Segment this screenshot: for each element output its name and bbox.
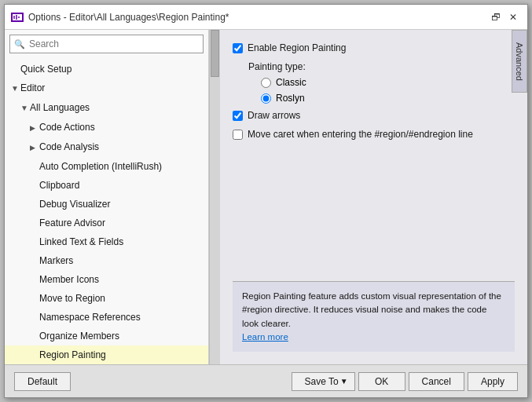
vs-icon xyxy=(11,11,24,24)
enable-region-painting-label: Enable Region Painting xyxy=(248,42,346,53)
ok-button[interactable]: OK xyxy=(358,372,405,391)
right-panel: Enable Region Painting Painting type: Cl… xyxy=(220,30,527,364)
draw-arrows-label: Draw arrows xyxy=(248,110,300,121)
classic-radio-row: Classic xyxy=(261,77,504,88)
title-bar-left: Options - Editor\All Languages\Region Pa… xyxy=(11,11,229,24)
move-caret-label: Move caret when entering the #region/#en… xyxy=(248,129,473,140)
bottom-right-buttons: Save To ▼ OK Cancel Apply xyxy=(292,372,518,391)
advanced-tab[interactable]: Advanced xyxy=(512,30,527,93)
tree-item-all-languages[interactable]: ▼All Languages xyxy=(5,98,208,118)
classic-radio[interactable] xyxy=(261,78,271,88)
tree-item-quick-setup[interactable]: Quick Setup xyxy=(5,60,208,79)
tree-item-code-analysis[interactable]: ▶Code Analysis xyxy=(5,137,208,157)
svg-rect-0 xyxy=(12,13,23,21)
learn-more-link[interactable]: Learn more xyxy=(242,332,288,342)
title-bar: Options - Editor\All Languages\Region Pa… xyxy=(5,5,527,30)
cancel-button[interactable]: Cancel xyxy=(409,372,464,391)
tree-item-code-actions[interactable]: ▶Code Actions xyxy=(5,118,208,137)
roslyn-radio-row: Roslyn xyxy=(261,93,504,104)
description-box: Region Painting feature adds custom visu… xyxy=(233,281,515,352)
scrollbar-thumb xyxy=(211,30,219,77)
move-caret-row: Move caret when entering the #region/#en… xyxy=(233,129,504,140)
default-button[interactable]: Default xyxy=(14,372,71,391)
close-button[interactable]: ✕ xyxy=(505,9,521,25)
roslyn-label: Roslyn xyxy=(276,93,305,104)
tree-item-region-painting[interactable]: Region Painting xyxy=(5,345,208,364)
classic-label: Classic xyxy=(276,77,306,88)
bottom-bar: Default Save To ▼ OK Cancel Apply xyxy=(5,364,527,397)
tree-scrollbar[interactable] xyxy=(209,30,220,364)
search-icon: 🔍 xyxy=(14,39,25,49)
restore-button[interactable]: 🗗 xyxy=(488,9,504,25)
tree-container: Quick Setup ▼Editor ▼All Languages ▶Code… xyxy=(5,58,208,364)
save-to-label: Save To xyxy=(305,376,339,387)
tree-item-member-icons[interactable]: Member Icons xyxy=(5,270,208,289)
tree-item-namespace-references[interactable]: Namespace References xyxy=(5,308,208,327)
tree-item-editor[interactable]: ▼Editor xyxy=(5,79,208,98)
advanced-tab-label: Advanced xyxy=(515,42,524,81)
left-panel: 🔍 Quick Setup ▼Editor ▼All Languages ▶Co… xyxy=(5,30,209,364)
enable-region-painting-row: Enable Region Painting xyxy=(233,42,504,53)
tree-item-feature-advisor[interactable]: Feature Advisor xyxy=(5,214,208,232)
dialog-title: Options - Editor\All Languages\Region Pa… xyxy=(28,12,229,23)
tree-item-auto-completion[interactable]: Auto Completion (IntelliRush) xyxy=(5,157,208,176)
title-bar-buttons: 🗗 ✕ xyxy=(488,9,521,25)
search-box: 🔍 xyxy=(9,35,204,53)
enable-region-painting-checkbox[interactable] xyxy=(233,43,243,53)
save-to-button[interactable]: Save To ▼ xyxy=(292,372,355,391)
move-caret-checkbox[interactable] xyxy=(233,130,243,140)
description-text: Region Painting feature adds custom visu… xyxy=(242,291,501,328)
tree-item-move-to-region[interactable]: Move to Region xyxy=(5,289,208,308)
draw-arrows-checkbox[interactable] xyxy=(233,111,243,121)
options-content: Enable Region Painting Painting type: Cl… xyxy=(220,30,527,281)
roslyn-radio[interactable] xyxy=(261,93,271,104)
painting-type-group: Classic Roslyn xyxy=(261,77,504,104)
content-area: 🔍 Quick Setup ▼Editor ▼All Languages ▶Co… xyxy=(5,30,527,364)
tree-item-debug-visualizer[interactable]: Debug Visualizer xyxy=(5,195,208,214)
options-dialog: Options - Editor\All Languages\Region Pa… xyxy=(4,4,528,398)
bottom-left-buttons: Default xyxy=(14,372,71,391)
tree-item-linked-text-fields[interactable]: Linked Text & Fields xyxy=(5,232,208,251)
tree-item-clipboard[interactable]: Clipboard xyxy=(5,176,208,195)
save-to-arrow-icon: ▼ xyxy=(340,377,348,386)
apply-button[interactable]: Apply xyxy=(468,372,518,391)
painting-type-label: Painting type: xyxy=(248,61,504,72)
draw-arrows-row: Draw arrows xyxy=(233,110,504,121)
search-input[interactable] xyxy=(9,35,204,53)
tree-item-markers[interactable]: Markers xyxy=(5,251,208,270)
tree-item-organize-members[interactable]: Organize Members xyxy=(5,327,208,345)
